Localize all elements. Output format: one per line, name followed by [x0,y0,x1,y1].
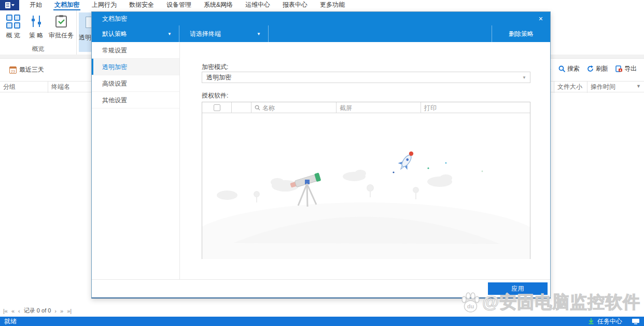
policy-selector-dropdown[interactable]: 默认策略 ▼ [92,25,179,42]
chevron-down-icon: ▼ [167,32,172,36]
menu-item-system-network[interactable]: 系统&网络 [198,0,239,10]
search-icon [558,65,565,72]
column-header-group[interactable]: 分组 [0,82,48,93]
encrypt-mode-select[interactable]: 透明加密 ▼ [202,72,530,83]
download-arrow-icon [588,318,594,324]
column-options-caret[interactable]: ▼ [636,84,641,89]
clipboard-check-icon [54,15,68,28]
nav-item-other-settings[interactable]: 其他设置 [92,92,179,108]
nav-item-transparent-encryption[interactable]: 透明加密 [92,59,179,75]
ribbon-group-overview: 概 览 策 略 [0,10,77,55]
column-header-screenshot[interactable]: 截屏 [336,102,421,113]
export-toolbar-label: 导出 [624,64,637,73]
authorized-software-label: 授权软件: [202,91,228,100]
search-toolbar-label: 搜索 [567,64,580,73]
column-header-op-time[interactable]: 操作时间 [587,82,644,93]
dialog-title-bar: 文档加密 × [92,12,550,25]
menu-item-web-behavior[interactable]: 上网行为 [86,0,123,10]
policy-selector-label: 默认策略 [102,30,127,38]
date-filter-label: 最近三天 [19,65,44,74]
refresh-icon [587,65,594,72]
status-bar: 就绪 任务中心 [0,317,644,326]
chevron-down-icon [11,4,15,6]
app-menu-button[interactable] [0,0,19,10]
pagination: |« « ‹ 记录 0 of 0 › » »| [3,307,72,315]
status-ready-label: 就绪 [4,317,17,326]
search-toolbar-button[interactable]: 搜索 [558,64,580,73]
grid-icon [6,15,20,29]
delete-policy-label: 删除策略 [509,30,534,38]
page-prev-button[interactable]: ‹ [18,308,20,314]
nav-item-advanced-settings[interactable]: 高级设置 [92,75,179,92]
software-table-header: 名称 截屏 打印 [202,102,530,113]
empty-state-illustration [202,113,530,259]
delete-policy-button[interactable]: 删除策略 [492,25,550,42]
column-header-name-label: 名称 [262,103,275,113]
page-next-button[interactable]: › [54,308,57,314]
export-icon [615,65,622,72]
column-header-print-label: 打印 [424,103,437,113]
encrypt-mode-value: 透明加密 [206,73,231,82]
column-header-screenshot-label: 截屏 [340,103,352,113]
refresh-toolbar-label: 刷新 [596,64,608,73]
policy-button-label: 策 略 [29,31,43,40]
policy-button[interactable]: 策 略 [26,12,47,43]
refresh-toolbar-button[interactable]: 刷新 [587,64,608,73]
calendar-icon: 23 [9,66,17,74]
export-toolbar-button[interactable]: 导出 [615,64,637,73]
nav-item-general-settings[interactable]: 常规设置 [92,42,179,59]
menu-item-more[interactable]: 更多功能 [314,0,351,10]
ribbon-group-label: 概览 [0,45,76,53]
overview-button[interactable]: 概 览 [3,12,23,43]
authorized-software-table: 名称 截屏 打印 [202,102,530,259]
menu-item-data-security[interactable]: 数据安全 [123,0,160,10]
select-all-checkbox[interactable] [214,104,220,111]
menu-bar: 开始 文档加密 上网行为 数据安全 设备管理 系统&网络 运维中心 报表中心 更… [0,0,644,10]
app-icon [5,2,10,8]
software-table-empty-body [202,113,530,259]
page-first-button[interactable]: |« [3,308,8,314]
column-header-file-size[interactable]: 文件大小 [554,82,587,93]
overview-button-label: 概 览 [6,31,20,40]
approval-tasks-button[interactable]: 审批任务 [49,12,73,43]
menu-item-ops-center[interactable]: 运维中心 [239,0,276,10]
terminal-selector-label: 请选择终端 [190,30,221,38]
chevron-down-icon: ▼ [522,75,526,80]
apply-button[interactable]: 应用 [488,282,548,295]
close-icon[interactable]: × [539,15,543,22]
empty-column-header [231,102,251,113]
column-header-name[interactable]: 名称 [251,102,336,113]
page-fast-next-button[interactable]: » [60,308,63,314]
page-fast-prev-button[interactable]: « [11,308,15,314]
menu-item-start[interactable]: 开始 [23,0,48,10]
menu-item-device-mgmt[interactable]: 设备管理 [160,0,198,10]
date-filter-button[interactable]: 23 最近三天 [9,65,44,74]
dialog-footer: 应用 [92,279,550,297]
page-last-button[interactable]: »| [67,308,72,314]
dialog-title: 文档加密 [102,15,127,23]
menu-items: 开始 文档加密 上网行为 数据安全 设备管理 系统&网络 运维中心 报表中心 更… [23,0,351,10]
dialog-body: 加密模式: 透明加密 ▼ 授权软件: 名称 截屏 [180,42,550,279]
dialog-sidebar: 常规设置 透明加密 高级设置 其他设置 [92,42,180,279]
menu-item-report-center[interactable]: 报表中心 [276,0,314,10]
menu-item-doc-encryption[interactable]: 文档加密 [48,0,86,10]
approval-tasks-button-label: 审批任务 [49,31,74,40]
record-count-label: 记录 0 of 0 [24,307,51,315]
encrypt-mode-label: 加密模式: [202,63,228,72]
terminal-selector-dropdown[interactable]: 请选择终端 ▼ [179,25,269,42]
column-header-print[interactable]: 打印 [421,102,531,113]
chevron-down-icon: ▼ [257,32,261,36]
task-center-button[interactable]: 任务中心 [597,317,622,326]
search-icon [255,105,260,111]
dialog-filter-bar: 默认策略 ▼ 请选择终端 ▼ 删除策略 [92,25,550,42]
document-encryption-dialog: 文档加密 × 默认策略 ▼ 请选择终端 ▼ 删除策略 常规设置 透明加密 高级设… [91,11,551,298]
monitor-icon[interactable] [632,318,640,324]
select-all-cell [202,102,231,113]
sliders-icon [30,15,43,28]
